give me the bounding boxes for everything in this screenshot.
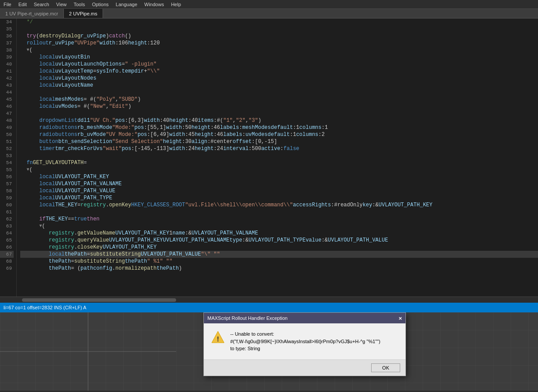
ln-69: 69 xyxy=(0,265,14,272)
ln-53: 53 xyxy=(0,152,14,159)
code-line-65: registry.queryValue UVLAYOUT_PATH_KEY UV… xyxy=(20,237,538,244)
code-line-44 xyxy=(20,89,538,96)
menu-windows[interactable]: Windows xyxy=(141,1,168,8)
ln-52: 52 xyxy=(0,145,14,152)
code-line-45: local meshModes = #("Poly", "SUBD") xyxy=(20,96,538,103)
ln-37: 37 xyxy=(0,40,14,47)
dialog-message: -- Unable to convert: #("f,W-I\g0u@9l9K[… xyxy=(230,330,380,352)
ln-45: 45 xyxy=(0,96,14,103)
ln-61: 61 xyxy=(0,209,14,216)
code-line-36: try(destroyDialog r_uvPipe)catch() xyxy=(20,33,538,40)
code-line-43: local uvLayoutName xyxy=(20,82,538,89)
ln-36: 36 xyxy=(0,33,14,40)
code-line-64: registry.getValueName UVLAYOUT_PATH_KEY … xyxy=(20,230,538,237)
svg-text:!: ! xyxy=(216,336,220,344)
tabbar: 1 UV Pipe-rt_uvpipe.mcr 2 UVPipe.ms xyxy=(0,9,538,18)
ln-55: 55 xyxy=(0,166,14,173)
ln-40: 40 xyxy=(0,61,14,68)
code-line-69: thePath = (pathconfig.normalizepath theP… xyxy=(20,265,538,272)
ln-54: 54 xyxy=(0,159,14,166)
code-line-50: radiobuttons rb_uvMode "UV Mode:" pos:[6… xyxy=(20,131,538,138)
tab-2[interactable]: 2 UVPipe.ms xyxy=(64,9,103,18)
ln-44: 44 xyxy=(0,89,14,96)
code-line-54: fn GET_UVLAYOUTPATH = xyxy=(20,159,538,166)
code-line-60: local THE_KEY = registry.openKey HKEY_CL… xyxy=(20,201,538,209)
viewport: MAXScript Rollout Handler Exception × ! … xyxy=(0,312,538,391)
dialog-titlebar: MAXScript Rollout Handler Exception × xyxy=(204,313,405,323)
code-line-58: local UVLAYOUT_PATH_VALUE xyxy=(20,187,538,194)
code-line-67: local thePath = substituteString UVLAYOU… xyxy=(20,251,538,258)
code-content[interactable]: */ try(destroyDialog r_uvPipe)catch() ro… xyxy=(17,18,538,297)
statusbar: li=67 co=1 offset=2832 INS (CR+LF) A xyxy=(0,303,538,312)
code-line-57: local UVLAYOUT_PATH_VALNAME xyxy=(20,180,538,187)
ln-57: 57 xyxy=(0,180,14,187)
code-line-41: local uvLayoutTemp = sysInfo.tempdir + "… xyxy=(20,68,538,75)
code-line-40: local uvLayoutLaunchOptions = " -plugin" xyxy=(20,61,538,68)
dialog-message-line1: -- Unable to convert: xyxy=(230,330,380,338)
code-line-59: local UVLAYOUT_PATH_TYPE xyxy=(20,194,538,201)
code-line-49: radiobuttons rb_meshMode "Mode:" pos:[55… xyxy=(20,124,538,131)
ln-62: 62 xyxy=(0,216,14,223)
dialog-close-button[interactable]: × xyxy=(398,315,402,322)
error-dialog[interactable]: MAXScript Rollout Handler Exception × ! … xyxy=(203,312,406,376)
menu-tools[interactable]: Tools xyxy=(70,1,88,8)
code-line-56: local UVLAYOUT_PATH_KEY xyxy=(20,173,538,180)
ln-67: 67 xyxy=(0,251,14,258)
code-line-68: thePath = substituteString thePath " %1"… xyxy=(20,258,538,265)
ln-50: 50 xyxy=(0,131,14,138)
menu-options[interactable]: Options xyxy=(88,1,112,8)
ln-49: 49 xyxy=(0,124,14,131)
ln-43: 43 xyxy=(0,82,14,89)
ln-39: 39 xyxy=(0,54,14,61)
ln-48: 48 xyxy=(0,117,14,124)
menu-language[interactable]: Language xyxy=(112,1,141,8)
code-line-61 xyxy=(20,209,538,216)
ln-56: 56 xyxy=(0,173,14,180)
dialog-footer: OK xyxy=(204,359,405,376)
dialog-ok-button[interactable]: OK xyxy=(371,363,400,372)
menu-search[interactable]: Search xyxy=(30,1,53,8)
ln-47: 47 xyxy=(0,110,14,117)
ln-63: 63 xyxy=(0,223,14,230)
menubar: File Edit Search View Tools Options Lang… xyxy=(0,0,538,9)
code-line-53 xyxy=(20,152,538,159)
code-line-52: timer tmr_checkForUvs "wait" pos:[-145,-… xyxy=(20,145,538,152)
tab-1[interactable]: 1 UV Pipe-rt_uvpipe.mcr xyxy=(0,9,64,18)
code-line-62: if THE_KEY == true then xyxy=(20,216,538,223)
code-line-55: ▼ ( xyxy=(20,166,538,173)
code-editor[interactable]: 34 35 36 37 38 39 40 41 42 43 44 45 46 4… xyxy=(0,18,538,297)
dialog-title: MAXScript Rollout Handler Exception xyxy=(207,315,287,321)
ln-59: 59 xyxy=(0,194,14,201)
code-line-48: dropdownList ddl1 "UV Ch." pos:[6,3] wid… xyxy=(20,117,538,124)
menu-file[interactable]: File xyxy=(0,1,15,8)
status-text: li=67 co=1 offset=2832 INS (CR+LF) A xyxy=(4,305,86,310)
dialog-message-line3: to type: String xyxy=(230,345,380,352)
ln-60: 60 xyxy=(0,201,14,209)
code-line-38: ▼ ( xyxy=(20,47,538,54)
code-line-34: */ xyxy=(20,18,538,26)
scrollbar-thumb[interactable] xyxy=(22,298,176,302)
horizontal-scrollbar[interactable] xyxy=(0,297,538,303)
ln-70 xyxy=(0,272,14,279)
ln-65: 65 xyxy=(0,237,14,244)
ln-64: 64 xyxy=(0,230,14,237)
ln-68: 68 xyxy=(0,258,14,265)
code-line-46: local uvModes = #("New", "Edit") xyxy=(20,103,538,110)
code-line-51: button btn_sendSelection "Send Selection… xyxy=(20,138,538,145)
code-line-63: ▼ ( xyxy=(20,223,538,230)
dialog-body: ! -- Unable to convert: #("f,W-I\g0u@9l9… xyxy=(204,323,405,359)
code-line-42: local uvLayoutNodes xyxy=(20,75,538,82)
ln-58: 58 xyxy=(0,187,14,194)
ln-42: 42 xyxy=(0,75,14,82)
menu-help[interactable]: Help xyxy=(167,1,184,8)
ln-66: 66 xyxy=(0,244,14,251)
code-line-66: registry.closeKey UVLAYOUT_PATH_KEY xyxy=(20,244,538,251)
ln-35: 35 xyxy=(0,26,14,33)
code-line-35 xyxy=(20,26,538,33)
warning-icon: ! xyxy=(211,330,225,344)
code-line-37: rollout r_uvPipe "UVPipe" width:106 heig… xyxy=(20,40,538,47)
ln-41: 41 xyxy=(0,68,14,75)
line-numbers: 34 35 36 37 38 39 40 41 42 43 44 45 46 4… xyxy=(0,18,17,297)
menu-edit[interactable]: Edit xyxy=(15,1,30,8)
menu-view[interactable]: View xyxy=(53,1,70,8)
